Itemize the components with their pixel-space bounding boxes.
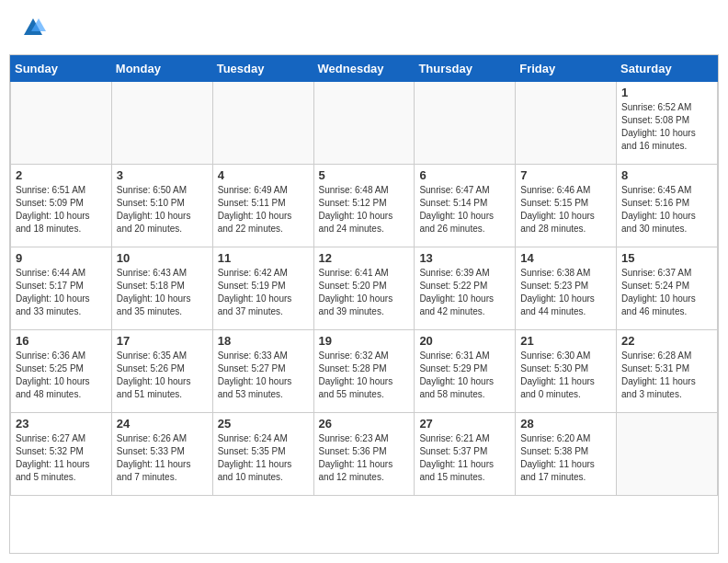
day-number: 9 (16, 251, 107, 265)
day-info: Sunrise: 6:41 AM Sunset: 5:20 PM Dayligh… (319, 267, 410, 318)
day-number: 17 (117, 334, 208, 348)
day-number: 2 (16, 168, 107, 182)
day-info: Sunrise: 6:26 AM Sunset: 5:33 PM Dayligh… (117, 432, 208, 484)
day-number: 24 (117, 417, 208, 431)
calendar-cell: 7Sunrise: 6:46 AM Sunset: 5:15 PM Daylig… (516, 164, 617, 247)
calendar-cell (313, 81, 415, 164)
day-info: Sunrise: 6:39 AM Sunset: 5:22 PM Dayligh… (419, 267, 510, 318)
day-info: Sunrise: 6:50 AM Sunset: 5:10 PM Dayligh… (117, 184, 208, 236)
calendar-cell: 22Sunrise: 6:28 AM Sunset: 5:31 PM Dayli… (617, 329, 718, 412)
weekday-header-wednesday: Wednesday (313, 55, 415, 81)
calendar-cell: 19Sunrise: 6:32 AM Sunset: 5:28 PM Dayli… (313, 329, 415, 412)
day-number: 16 (16, 334, 107, 348)
calendar-body: 1Sunrise: 6:52 AM Sunset: 5:08 PM Daylig… (11, 81, 718, 495)
calendar-cell: 6Sunrise: 6:47 AM Sunset: 5:14 PM Daylig… (415, 164, 516, 247)
weekday-header-saturday: Saturday (617, 55, 718, 81)
day-number: 25 (218, 417, 309, 431)
day-number: 20 (419, 334, 510, 348)
calendar-cell: 24Sunrise: 6:26 AM Sunset: 5:33 PM Dayli… (111, 412, 212, 495)
calendar-cell (212, 81, 313, 164)
day-number: 4 (218, 168, 309, 182)
day-number: 23 (16, 417, 107, 431)
calendar-cell (11, 81, 112, 164)
calendar-cell: 28Sunrise: 6:20 AM Sunset: 5:38 PM Dayli… (516, 412, 617, 495)
day-info: Sunrise: 6:23 AM Sunset: 5:36 PM Dayligh… (319, 432, 410, 484)
day-number: 15 (621, 251, 712, 265)
calendar-cell: 23Sunrise: 6:27 AM Sunset: 5:32 PM Dayli… (11, 412, 112, 495)
calendar-cell: 26Sunrise: 6:23 AM Sunset: 5:36 PM Dayli… (313, 412, 415, 495)
day-number: 28 (520, 417, 611, 431)
calendar-cell: 8Sunrise: 6:45 AM Sunset: 5:16 PM Daylig… (617, 164, 718, 247)
day-info: Sunrise: 6:48 AM Sunset: 5:12 PM Dayligh… (319, 184, 410, 236)
day-number: 13 (419, 251, 510, 265)
week-row-2: 2Sunrise: 6:51 AM Sunset: 5:09 PM Daylig… (11, 164, 718, 247)
day-info: Sunrise: 6:45 AM Sunset: 5:16 PM Dayligh… (621, 184, 712, 236)
day-info: Sunrise: 6:47 AM Sunset: 5:14 PM Dayligh… (419, 184, 510, 236)
calendar-cell: 18Sunrise: 6:33 AM Sunset: 5:27 PM Dayli… (212, 329, 313, 412)
day-info: Sunrise: 6:30 AM Sunset: 5:30 PM Dayligh… (520, 350, 611, 401)
weekday-header-sunday: Sunday (11, 55, 112, 81)
calendar-cell: 17Sunrise: 6:35 AM Sunset: 5:26 PM Dayli… (111, 329, 212, 412)
day-number: 12 (319, 251, 410, 265)
calendar-cell: 12Sunrise: 6:41 AM Sunset: 5:20 PM Dayli… (313, 247, 415, 329)
day-number: 1 (621, 86, 712, 99)
calendar-cell: 27Sunrise: 6:21 AM Sunset: 5:37 PM Dayli… (415, 412, 516, 495)
calendar-cell: 10Sunrise: 6:43 AM Sunset: 5:18 PM Dayli… (111, 247, 212, 329)
day-number: 18 (218, 334, 309, 348)
day-info: Sunrise: 6:31 AM Sunset: 5:29 PM Dayligh… (419, 350, 510, 401)
day-number: 14 (520, 251, 611, 265)
day-info: Sunrise: 6:46 AM Sunset: 5:15 PM Dayligh… (520, 184, 611, 236)
calendar-cell: 20Sunrise: 6:31 AM Sunset: 5:29 PM Dayli… (415, 329, 516, 412)
calendar: SundayMondayTuesdayWednesdayThursdayFrid… (9, 54, 719, 554)
day-info: Sunrise: 6:28 AM Sunset: 5:31 PM Dayligh… (621, 350, 712, 401)
day-info: Sunrise: 6:52 AM Sunset: 5:08 PM Dayligh… (621, 101, 712, 153)
day-number: 19 (319, 334, 410, 348)
day-number: 7 (520, 168, 611, 182)
weekday-header-friday: Friday (516, 55, 617, 81)
day-number: 27 (419, 417, 510, 431)
logo (18, 15, 46, 45)
calendar-cell: 15Sunrise: 6:37 AM Sunset: 5:24 PM Dayli… (617, 247, 718, 329)
calendar-cell (415, 81, 516, 164)
calendar-cell (617, 412, 718, 495)
weekday-header-monday: Monday (111, 55, 212, 81)
day-number: 10 (117, 251, 208, 265)
day-info: Sunrise: 6:32 AM Sunset: 5:28 PM Dayligh… (319, 350, 410, 401)
calendar-cell: 5Sunrise: 6:48 AM Sunset: 5:12 PM Daylig… (313, 164, 415, 247)
logo-icon (20, 15, 46, 40)
calendar-cell: 4Sunrise: 6:49 AM Sunset: 5:11 PM Daylig… (212, 164, 313, 247)
day-info: Sunrise: 6:43 AM Sunset: 5:18 PM Dayligh… (117, 267, 208, 318)
day-number: 26 (319, 417, 410, 431)
weekday-header-tuesday: Tuesday (212, 55, 313, 81)
day-info: Sunrise: 6:38 AM Sunset: 5:23 PM Dayligh… (520, 267, 611, 318)
day-number: 5 (319, 168, 410, 182)
weekday-header-thursday: Thursday (415, 55, 516, 81)
day-number: 11 (218, 251, 309, 265)
calendar-cell: 11Sunrise: 6:42 AM Sunset: 5:19 PM Dayli… (212, 247, 313, 329)
day-number: 3 (117, 168, 208, 182)
calendar-cell: 14Sunrise: 6:38 AM Sunset: 5:23 PM Dayli… (516, 247, 617, 329)
day-info: Sunrise: 6:44 AM Sunset: 5:17 PM Dayligh… (16, 267, 107, 318)
week-row-4: 16Sunrise: 6:36 AM Sunset: 5:25 PM Dayli… (11, 329, 718, 412)
day-info: Sunrise: 6:21 AM Sunset: 5:37 PM Dayligh… (419, 432, 510, 484)
calendar-header-row: SundayMondayTuesdayWednesdayThursdayFrid… (11, 55, 718, 81)
day-number: 8 (621, 168, 712, 182)
calendar-cell: 25Sunrise: 6:24 AM Sunset: 5:35 PM Dayli… (212, 412, 313, 495)
calendar-cell (111, 81, 212, 164)
day-number: 21 (520, 334, 611, 348)
day-info: Sunrise: 6:33 AM Sunset: 5:27 PM Dayligh… (218, 350, 309, 401)
day-info: Sunrise: 6:20 AM Sunset: 5:38 PM Dayligh… (520, 432, 611, 484)
calendar-cell: 21Sunrise: 6:30 AM Sunset: 5:30 PM Dayli… (516, 329, 617, 412)
day-number: 22 (621, 334, 712, 348)
week-row-5: 23Sunrise: 6:27 AM Sunset: 5:32 PM Dayli… (11, 412, 718, 495)
day-number: 6 (419, 168, 510, 182)
day-info: Sunrise: 6:51 AM Sunset: 5:09 PM Dayligh… (16, 184, 107, 236)
page: SundayMondayTuesdayWednesdayThursdayFrid… (0, 0, 728, 563)
header (0, 0, 728, 54)
day-info: Sunrise: 6:36 AM Sunset: 5:25 PM Dayligh… (16, 350, 107, 401)
calendar-cell: 3Sunrise: 6:50 AM Sunset: 5:10 PM Daylig… (111, 164, 212, 247)
calendar-cell: 13Sunrise: 6:39 AM Sunset: 5:22 PM Dayli… (415, 247, 516, 329)
day-info: Sunrise: 6:37 AM Sunset: 5:24 PM Dayligh… (621, 267, 712, 318)
week-row-1: 1Sunrise: 6:52 AM Sunset: 5:08 PM Daylig… (11, 81, 718, 164)
calendar-cell: 2Sunrise: 6:51 AM Sunset: 5:09 PM Daylig… (11, 164, 112, 247)
